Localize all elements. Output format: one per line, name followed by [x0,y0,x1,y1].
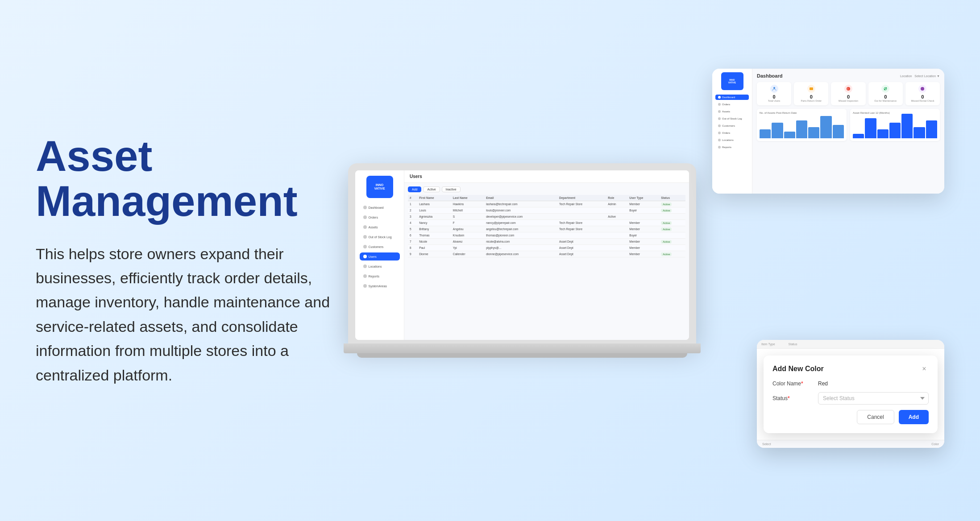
bar-r3 [877,129,889,138]
sidebar-item-users[interactable]: Users [360,252,400,260]
col-dept: Department [557,195,606,201]
modal-footer-bar: Select Color [757,440,944,448]
stat-num-rental: 0 [908,94,937,99]
dash-nav-reports[interactable]: Reports [715,145,749,150]
modal-actions: Cancel Add [772,410,929,424]
dash-nav-oos[interactable]: Out of Stock Log [715,116,749,121]
sidebar-item-assets[interactable]: Assets [360,223,400,231]
dash-main: Dashboard Location Select Location ▼ 0 T… [752,69,944,194]
dash-nav-customers[interactable]: Customers [715,123,749,128]
sidebar-item-reports[interactable]: Reports [360,272,400,280]
laptop-screen-inner: INNOVATIVE Dashboard Orders [355,170,689,340]
add-user-button[interactable]: Add [408,186,421,192]
required-star-status: * [788,395,790,401]
table-row: 1 Lashara Hawkins lashara@techrepair.com… [408,201,685,207]
sidebar-dot [363,284,367,288]
modal-behind-item-type: Item Type [761,343,775,346]
dash-logo-text: INNOVATIVE [728,79,736,84]
dash-title-row: Dashboard Location Select Location ▼ [757,73,940,79]
stat-label-return: Parts Return Order [797,99,826,103]
sidebar-dot [363,274,367,278]
modal-behind-status: Status [789,343,797,346]
table-toolbar: Add Active Inactive [408,186,685,192]
table-row: 3 Agnieszka S developer@pipeservice.com … [408,214,685,220]
dash-nav-dot [718,110,721,113]
sidebar-dot [363,225,367,229]
filter-inactive-button[interactable]: Inactive [442,186,461,192]
dash-nav-users[interactable]: Orders [715,130,749,136]
charts-row: No. of Assets Post-Return Date [757,109,940,141]
table-row: 7 Nicole Alvarez nicole@alvira.com Asset… [408,239,685,245]
dash-nav-dot [718,132,721,134]
bar-1 [760,129,771,138]
dash-title: Dashboard [757,73,782,79]
bar-r2 [865,118,876,138]
chart-rented: Asset Rented Last 12 (Months) [850,109,940,141]
bar-4 [796,120,807,138]
bar-3 [784,132,795,138]
bar-r1 [853,134,864,138]
dash-nav-assets[interactable]: Assets [715,109,749,114]
stat-card-users: 0 Total Users [757,82,791,105]
sidebar-dot [363,245,367,248]
svg-text:!: ! [847,87,848,91]
required-star: * [801,380,803,387]
modal-label-status: Status* [772,395,813,401]
stat-card-return: 0 Parts Return Order [794,82,828,105]
stat-card-inspection: ! 0 Missed Inspection [831,82,865,105]
stat-num-maintenance: 0 [871,94,900,99]
bar-r5 [901,114,913,138]
modal-value-color-name: Red [818,380,828,387]
app-main-content: Users Add Active Inactive [404,170,689,340]
stat-num-users: 0 [760,94,789,99]
stat-icon-rental [918,85,926,93]
stat-icon-inspection: ! [844,85,852,93]
sidebar-item-oos[interactable]: Out of Stock Log [360,233,400,241]
app-logo-text: INNOVATIVE [374,183,385,191]
modal-select-status[interactable]: Select Status Active Inactive [818,392,929,405]
sidebar-item-dashboard[interactable]: Dashboard [360,203,400,211]
bar-r6 [914,127,925,138]
modal-footer-color: Color [931,442,939,446]
table-row: 6 Thomas Knudsen thomas@pioneer.com Buye… [408,232,685,239]
sidebar-item-system[interactable]: SystemAreas [360,282,400,290]
cancel-button[interactable]: Cancel [857,410,894,424]
modal-title-row: Add New Color × [772,364,929,373]
bar-7 [833,125,844,138]
col-firstname: First Name [417,195,451,201]
chart-post-return: No. of Assets Post-Return Date [757,109,847,141]
col-role: Role [606,195,627,201]
modal-dialog: Add New Color × Color Name* Red Status* [764,356,938,433]
dash-nav-dot [718,139,721,141]
add-button[interactable]: Add [899,410,929,424]
filter-active-button[interactable]: Active [423,186,440,192]
bar-6 [820,116,831,138]
laptop-mockup: INNOVATIVE Dashboard Orders [348,163,696,358]
modal-close-button[interactable]: × [920,364,929,373]
sidebar-item-locations[interactable]: Locations [360,262,400,270]
stat-icon-maintenance [881,85,889,93]
right-content: INNOVATIVE Dashboard Orders [348,60,944,461]
modal-field-status: Status* Select Status Active Inactive [772,392,929,405]
bar-r4 [889,123,901,138]
bar-r7 [926,120,937,138]
sidebar-dot [363,215,367,219]
sidebar-dot [363,265,367,268]
dash-location: Location Select Location ▼ [900,74,940,78]
dash-nav-dashboard[interactable]: Dashboard [715,95,749,100]
dash-nav-orders[interactable]: Orders [715,102,749,107]
chart-title-1: No. of Assets Post-Return Date [760,112,844,114]
laptop-base [344,343,701,353]
hero-description: This helps store owners expand their bus… [36,242,330,387]
modal-footer-select: Select [762,442,771,446]
stat-label-rental: Missed Rental Check [908,99,937,103]
svg-point-5 [921,87,924,91]
sidebar-item-orders[interactable]: Orders [360,213,400,221]
dash-nav-locations[interactable]: Locations [715,137,749,143]
stat-num-return: 0 [797,94,826,99]
dash-nav-dot [718,96,721,99]
stat-cards: 0 Total Users 0 Parts Return Order [757,82,940,105]
bar-chart-2 [853,116,937,138]
page-wrapper: Asset Management This helps store owners… [0,0,980,521]
sidebar-item-customers[interactable]: Customers [360,243,400,251]
